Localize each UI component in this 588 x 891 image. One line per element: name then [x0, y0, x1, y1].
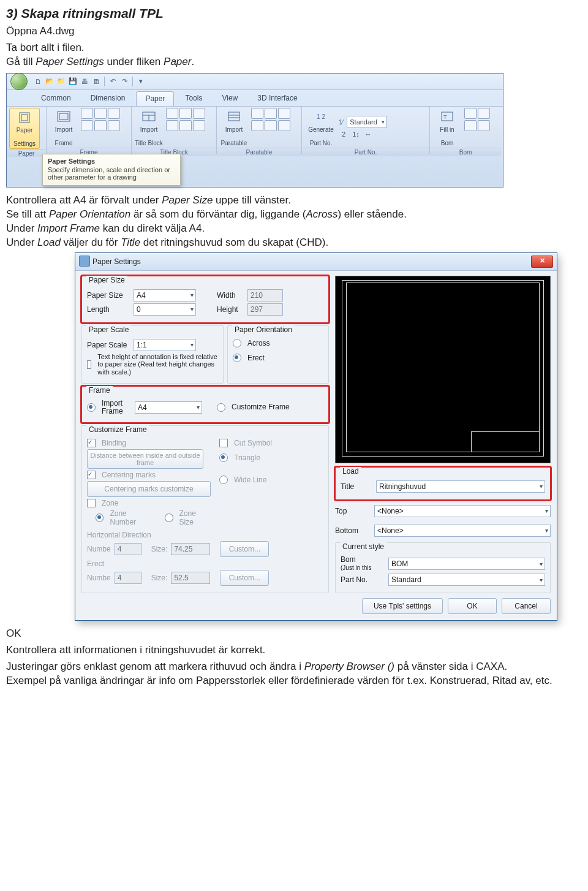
import-frame-radio[interactable] [87, 403, 96, 412]
quick-access-toolbar: 🗋 📂 📁 💾 🖶 🖹 ↶ ↷ ▾ [7, 74, 503, 90]
wideline-radio [219, 476, 228, 484]
qat-new-icon[interactable]: 🗋 [33, 77, 43, 86]
group-legend: Frame [86, 386, 113, 395]
dialog-footer: Use Tpls' settings OK Cancel [75, 598, 557, 620]
tooltip-body: Specify dimension, scale and direction o… [48, 166, 170, 181]
centering-customize-button: Centering marks customize [87, 481, 211, 497]
import-frame-button[interactable]: ImportFrame [49, 108, 78, 148]
use-tpls-button[interactable]: Use Tpls' settings [362, 598, 443, 614]
dialog-titlebar: Paper Settings ✕ [75, 253, 557, 271]
paper-settings-button[interactable]: PaperSettings [9, 108, 40, 149]
bottom-label: Bottom [335, 526, 371, 535]
qat-separator [104, 77, 105, 86]
customize-frame-label: Customize Frame [232, 403, 290, 411]
orientation-erect-radio[interactable] [233, 354, 241, 362]
qat-undo-icon[interactable]: ↶ [108, 77, 118, 86]
tab-tools[interactable]: Tools [176, 91, 211, 106]
frame-gallery[interactable] [81, 108, 120, 131]
length-combo[interactable]: 0 [134, 303, 196, 316]
qat-print-icon[interactable]: 🖶 [80, 77, 89, 86]
qat-separator [132, 77, 133, 86]
group-legend: Customize Frame [86, 425, 149, 434]
group-label-bom: Bom [430, 148, 501, 156]
zone-size-radio [165, 514, 173, 522]
partno-mini-icon[interactable]: ↔ [363, 129, 373, 139]
bottom-combo[interactable]: <None> [374, 525, 551, 537]
group-label-paper: Paper [7, 149, 46, 157]
import-titleblock-button[interactable]: ImportTitle Block [134, 108, 164, 148]
titleblock-gallery[interactable] [166, 108, 205, 131]
partno-mini-icon[interactable]: 1↕ [351, 129, 361, 139]
fill-bom-button[interactable]: T Fill inBom [432, 108, 462, 148]
vsize-field: 52.5 [171, 572, 210, 584]
top-combo[interactable]: <None> [374, 505, 551, 517]
tab-paper[interactable]: Paper [136, 91, 174, 106]
ribbon-groups: PaperSettings Paper ImportFrame Frame [7, 106, 503, 154]
scale-combo[interactable]: 1:1 [134, 339, 196, 351]
group-legend: Paper Scale [86, 325, 131, 334]
qat-save-icon[interactable]: 💾 [68, 77, 78, 86]
customize-frame-group: Customize Frame Binding Distance between… [81, 425, 329, 593]
qat-printpreview-icon[interactable]: 🖹 [91, 77, 101, 86]
paper-settings-dialog: Paper Settings ✕ Paper Size Paper Size A… [75, 252, 557, 621]
vcustom-button: Custom... [220, 570, 269, 586]
scale-label: Paper Scale [87, 341, 130, 349]
tab-view[interactable]: View [213, 91, 246, 106]
title-block-icon [141, 109, 157, 125]
tab-dimension[interactable]: Dimension [82, 91, 134, 106]
customize-frame-radio[interactable] [217, 403, 225, 412]
bom-combo[interactable]: BOM [388, 558, 545, 570]
ribbon-tooltip: Paper Settings Specify dimension, scale … [42, 154, 181, 186]
import-frame-combo[interactable]: A4 [135, 401, 202, 414]
mid-para: Kontrollera att A4 är förvalt under Pape… [6, 194, 582, 250]
qat-more-icon[interactable]: ▾ [136, 77, 146, 86]
paper-settings-icon [17, 110, 32, 126]
triangle-radio [219, 453, 228, 462]
fixed-textheight-checkbox[interactable] [87, 360, 91, 369]
qat-redo-icon[interactable]: ↷ [119, 77, 129, 86]
partno-style-combo[interactable]: Standard [347, 116, 386, 128]
group-legend: Paper Size [86, 276, 127, 284]
tooltip-title: Paper Settings [48, 157, 175, 165]
partno-mini-icon[interactable]: 2 [339, 129, 349, 139]
generate-partno-button[interactable]: 1 2 GeneratePart No. [304, 108, 337, 148]
hcustom-button: Custom... [220, 541, 269, 557]
width-label: Width [217, 291, 244, 300]
paper-size-combo[interactable]: A4 [134, 289, 196, 301]
title-label: Title [341, 482, 372, 491]
ok-button[interactable]: OK [448, 598, 497, 614]
svg-rect-0 [20, 113, 29, 123]
group-legend: Current style [340, 542, 386, 551]
import-paratable-button[interactable]: ImportParatable [219, 108, 249, 148]
orientation-across-radio[interactable] [233, 339, 241, 347]
title-combo[interactable]: Ritningshuvud [376, 480, 545, 493]
svg-text:T: T [443, 114, 447, 120]
zone-checkbox [87, 499, 96, 507]
centering-checkbox [87, 471, 96, 479]
group-legend: Paper Orientation [232, 325, 295, 334]
top-label: Top [335, 507, 371, 515]
frame-group: Frame Import Frame A4 Customize Frame [81, 386, 329, 423]
dialog-title-text: Paper Settings [92, 257, 141, 266]
paratable-gallery[interactable] [251, 108, 290, 131]
paper-preview [335, 276, 551, 463]
orientation-erect-label: Erect [247, 354, 265, 362]
paper-orientation-group: Paper Orientation Across Erect [227, 325, 329, 384]
scale-note: Text height of annotation is fixed relat… [97, 353, 218, 376]
app-menu-button[interactable] [10, 73, 28, 90]
import-frame-icon [56, 109, 72, 125]
paper-scale-group: Paper Scale Paper Scale 1:1 Text height … [81, 325, 224, 384]
length-label: Length [87, 305, 130, 314]
qat-open-icon[interactable]: 📂 [45, 77, 55, 86]
cancel-button[interactable]: Cancel [502, 598, 551, 614]
distance-button: Distance between inside and outside fram… [87, 449, 203, 469]
tab-3dinterface[interactable]: 3D Interface [249, 91, 306, 106]
qat-folder-icon[interactable]: 📁 [56, 77, 66, 86]
current-style-group: Current style Bom (Just in this BOM Part… [335, 542, 551, 593]
bom-gallery[interactable] [464, 108, 490, 131]
tab-common[interactable]: Common [32, 91, 80, 106]
hdir-label: Horizontal Direction [87, 531, 323, 539]
close-button[interactable]: ✕ [531, 256, 553, 268]
intro-line-1: Öppna A4.dwg [6, 25, 582, 39]
partno-combo[interactable]: Standard [388, 574, 545, 586]
